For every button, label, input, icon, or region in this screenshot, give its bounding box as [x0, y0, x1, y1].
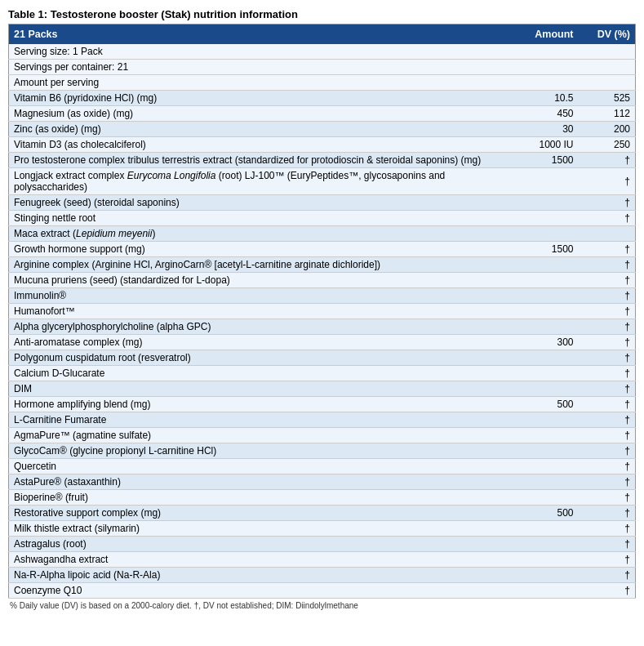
amount-value — [497, 211, 579, 226]
dv-value: † — [579, 211, 636, 226]
table-row: Vitamin D3 (as cholecalciferol) 1000 IU … — [9, 137, 636, 153]
ingredient-name: Arginine complex (Arginine HCl, ArginoCa… — [9, 257, 497, 273]
amount-value — [497, 521, 579, 537]
dv-value: † — [579, 506, 636, 521]
dv-value: 200 — [579, 122, 636, 137]
serving-info-row: Amount per serving — [9, 75, 636, 91]
ingredient-name: Calcium D-Glucarate — [9, 366, 497, 381]
table-row: DIM † — [9, 381, 636, 397]
amount-value — [497, 459, 579, 474]
ingredient-name: DIM — [9, 381, 497, 397]
amount-value — [497, 304, 579, 319]
amount-value: 300 — [497, 335, 579, 350]
amount-value: 1500 — [497, 153, 579, 168]
table-row: Astragalus (root) † — [9, 537, 636, 552]
table-row: Na-R-Alpha lipoic acid (Na-R-Ala) † — [9, 568, 636, 583]
dv-value: † — [579, 350, 636, 366]
ingredient-name: AstaPure® (astaxanthin) — [9, 474, 497, 490]
ingredient-name: Maca extract (Lepidium meyenii) — [9, 226, 497, 242]
amount-value — [497, 273, 579, 288]
table-row: Stinging nettle root † — [9, 211, 636, 226]
amount-value — [497, 412, 579, 428]
amount-value: 10.5 — [497, 91, 579, 106]
table-title: Table 1: Testosterone booster (Stak) nut… — [8, 8, 636, 20]
table-header-row: 21 Packs Amount DV (%) — [9, 25, 636, 45]
ingredient-name: Milk thistle extract (silymarin) — [9, 521, 497, 537]
ingredient-name: Vitamin D3 (as cholecalciferol) — [9, 137, 497, 153]
amount-value — [497, 583, 579, 599]
ingredient-name: AgmaPure™ (agmatine sulfate) — [9, 428, 497, 443]
table-row: Humanofort™ † — [9, 304, 636, 319]
table-row: GlycoCam® (glycine propionyl L-carnitine… — [9, 443, 636, 459]
ingredient-name: Ashwagandha extract — [9, 552, 497, 568]
ingredient-name: Pro testosterone complex tribulus terres… — [9, 153, 497, 168]
amount-value — [497, 537, 579, 552]
ingredient-name: Coenzyme Q10 — [9, 583, 497, 599]
dv-value: † — [579, 459, 636, 474]
serving-info-row: Serving size: 1 Pack — [9, 44, 636, 60]
dv-header: DV (%) — [579, 25, 636, 45]
table-row: Polygonum cuspidatum root (resveratrol) … — [9, 350, 636, 366]
amount-value: 500 — [497, 506, 579, 521]
amount-value: 30 — [497, 122, 579, 137]
table-row: Longjack extract complex Eurycoma Longif… — [9, 168, 636, 195]
footnote: % Daily value (DV) is based on a 2000-ca… — [8, 601, 636, 610]
table-row: Bioperine® (fruit) † — [9, 490, 636, 506]
dv-value: † — [579, 443, 636, 459]
ingredient-name: L-Carnitine Fumarate — [9, 412, 497, 428]
dv-value: 250 — [579, 137, 636, 153]
dv-value: † — [579, 412, 636, 428]
dv-value: † — [579, 288, 636, 304]
table-row: Alpha glycerylphosphorylcholine (alpha G… — [9, 319, 636, 335]
serving-info-section: Serving size: 1 Pack Servings per contai… — [9, 44, 636, 91]
amount-value — [497, 226, 579, 242]
dv-value: † — [579, 521, 636, 537]
dv-value: † — [579, 273, 636, 288]
dv-value: 112 — [579, 106, 636, 122]
dv-value: † — [579, 490, 636, 506]
table-row: Mucuna pruriens (seed) (standardized for… — [9, 273, 636, 288]
dv-value: † — [579, 568, 636, 583]
table-row: Milk thistle extract (silymarin) † — [9, 521, 636, 537]
amount-value — [497, 490, 579, 506]
ingredient-name: Anti-aromatase complex (mg) — [9, 335, 497, 350]
ingredient-name: Alpha glycerylphosphorylcholine (alpha G… — [9, 319, 497, 335]
dv-value: † — [579, 257, 636, 273]
table-row: Arginine complex (Arginine HCl, ArginoCa… — [9, 257, 636, 273]
serving-info-label: Amount per serving — [9, 75, 636, 91]
ingredient-name: Vitamin B6 (pyridoxine HCl) (mg) — [9, 91, 497, 106]
amount-value — [497, 257, 579, 273]
amount-value — [497, 474, 579, 490]
table-row: Maca extract (Lepidium meyenii) — [9, 226, 636, 242]
serving-info-row: Servings per container: 21 — [9, 60, 636, 75]
ingredient-name: Quercetin — [9, 459, 497, 474]
table-row: Pro testosterone complex tribulus terres… — [9, 153, 636, 168]
table-row: Restorative support complex (mg) 500 † — [9, 506, 636, 521]
serving-info-label: Servings per container: 21 — [9, 60, 636, 75]
dv-value: † — [579, 381, 636, 397]
amount-value — [497, 428, 579, 443]
nutrition-table: 21 Packs Amount DV (%) Serving size: 1 P… — [8, 24, 636, 599]
nutrition-rows: Vitamin B6 (pyridoxine HCl) (mg) 10.5 52… — [9, 91, 636, 599]
amount-value — [497, 443, 579, 459]
ingredient-name: GlycoCam® (glycine propionyl L-carnitine… — [9, 443, 497, 459]
dv-value: 525 — [579, 91, 636, 106]
table-row: Magnesium (as oxide) (mg) 450 112 — [9, 106, 636, 122]
table-row: Hormone amplifying blend (mg) 500 † — [9, 397, 636, 412]
ingredient-name: Stinging nettle root — [9, 211, 497, 226]
ingredient-name: Astragalus (root) — [9, 537, 497, 552]
amount-value — [497, 568, 579, 583]
dv-value: † — [579, 537, 636, 552]
table-row: AgmaPure™ (agmatine sulfate) † — [9, 428, 636, 443]
amount-value: 1000 IU — [497, 137, 579, 153]
dv-value: † — [579, 583, 636, 599]
ingredient-name: Magnesium (as oxide) (mg) — [9, 106, 497, 122]
dv-value: † — [579, 397, 636, 412]
ingredient-name: Na-R-Alpha lipoic acid (Na-R-Ala) — [9, 568, 497, 583]
ingredient-name: Fenugreek (seed) (steroidal saponins) — [9, 195, 497, 211]
table-row: Immunolin® † — [9, 288, 636, 304]
dv-value: † — [579, 168, 636, 195]
dv-value: † — [579, 335, 636, 350]
table-row: Ashwagandha extract † — [9, 552, 636, 568]
amount-value — [497, 366, 579, 381]
